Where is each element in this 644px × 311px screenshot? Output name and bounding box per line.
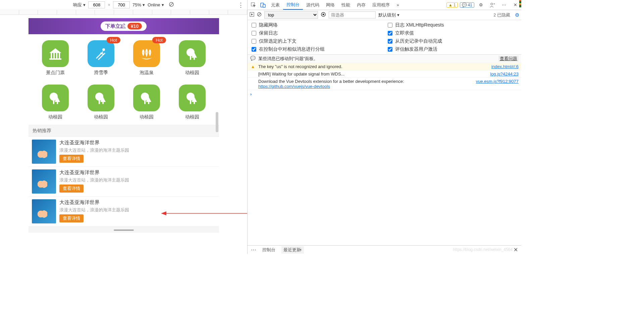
- rotate-icon[interactable]: [169, 2, 174, 8]
- console-sidebar-toggle-icon[interactable]: [250, 12, 254, 18]
- category-label: 动植园: [185, 114, 199, 120]
- zoom-selector[interactable]: 75% ▾: [132, 2, 145, 7]
- svg-rect-8: [57, 101, 58, 104]
- close-devtools-icon[interactable]: ✕: [511, 0, 520, 10]
- list-item[interactable]: 大连圣亚海洋世界 浪漫大连首站，浪漫的海洋主题乐园 查看详情: [29, 167, 219, 197]
- svg-rect-14: [148, 101, 149, 104]
- setting-group-similar[interactable]: 在控制台中对相似消息进行分组: [252, 46, 381, 52]
- svg-line-29: [258, 13, 261, 16]
- setting-selected-context[interactable]: 仅限选定的上下文: [252, 38, 381, 44]
- promo-banner[interactable]: 下单立减 ¥10: [29, 18, 219, 34]
- info-icon: 💬: [250, 56, 256, 61]
- throttle-selector[interactable]: Online ▾: [148, 2, 164, 7]
- log-level-selector[interactable]: 默认级别 ▾: [378, 12, 399, 18]
- view-detail-button[interactable]: 查看详情: [59, 155, 84, 163]
- category-item[interactable]: Hot滑雪季: [78, 40, 124, 76]
- hot-badge: Hot: [152, 37, 166, 43]
- setting-preserve-log[interactable]: 保留日志: [252, 30, 381, 36]
- device-height-input[interactable]: [113, 1, 130, 8]
- tab-sources[interactable]: 源代码: [303, 0, 323, 10]
- decorative-stripe: [519, 0, 521, 7]
- resize-handle[interactable]: [114, 229, 134, 231]
- console-messages: 💬 某些消息已移动到"问题"面板。 查看问题 ▲ The key "us" is…: [248, 55, 521, 245]
- category-label: 动植园: [185, 70, 199, 76]
- tree-icon: [88, 85, 114, 111]
- list-item[interactable]: 大连圣亚海洋世界 浪漫大连首站，浪漫的海洋主题乐园 查看详情: [29, 137, 219, 167]
- source-link[interactable]: index.html#/:6: [491, 64, 519, 69]
- setting-history-autocomplete[interactable]: 从历史记录中自动完成: [388, 38, 517, 44]
- category-label: 景点门票: [46, 70, 65, 76]
- category-item[interactable]: 动植园: [124, 85, 169, 120]
- tab-elements[interactable]: 元素: [268, 0, 283, 10]
- category-item[interactable]: 动植园: [78, 85, 124, 120]
- setting-hide-network[interactable]: 隐藏网络: [252, 22, 381, 28]
- view-detail-button[interactable]: 查看详情: [59, 214, 84, 222]
- filter-input[interactable]: [329, 11, 376, 18]
- device-menu-icon[interactable]: ⋮: [238, 1, 244, 9]
- list-item[interactable]: 大连圣亚海洋世界 浪漫大连首站，浪漫的海洋主题乐园 查看详情: [29, 197, 219, 226]
- drawer-close-icon[interactable]: ✕: [514, 247, 518, 253]
- device-toggle-icon[interactable]: [258, 0, 268, 10]
- console-settings-panel: 隐藏网络 日志 XMLHttpRequests 保留日志 立即求值 仅限选定的上…: [248, 20, 521, 55]
- svg-marker-27: [251, 13, 253, 15]
- issues-badge[interactable]: 💬 41: [460, 2, 474, 8]
- console-toolbar: top 默认级别 ▾ 2 已隐藏 ⚙: [248, 10, 521, 20]
- svg-rect-17: [194, 101, 195, 104]
- drawer-menu-icon[interactable]: ⋯: [251, 247, 256, 253]
- hidden-count[interactable]: 2 已隐藏: [493, 12, 510, 18]
- setting-log-xhr[interactable]: 日志 XMLHttpRequests: [388, 22, 517, 28]
- svg-point-2: [102, 48, 105, 51]
- section-header: 热销推荐: [29, 125, 219, 137]
- console-prompt[interactable]: ›: [248, 90, 521, 98]
- drawer-tab-whatsnew[interactable]: 最近更新 ×: [281, 246, 304, 254]
- category-label: 动植园: [140, 114, 154, 120]
- account-icon[interactable]: [488, 0, 497, 10]
- inspect-icon[interactable]: [249, 0, 258, 10]
- more-icon[interactable]: ⋯: [499, 0, 508, 10]
- context-selector[interactable]: top: [264, 11, 318, 19]
- tab-performance[interactable]: 性能: [338, 0, 354, 10]
- category-item[interactable]: 动植园: [169, 85, 215, 120]
- category-item[interactable]: 动植园: [33, 85, 78, 120]
- category-item[interactable]: 景点门票: [33, 40, 78, 76]
- svg-rect-5: [194, 57, 195, 60]
- ski-icon: [88, 40, 114, 67]
- tabs-overflow-icon[interactable]: »: [393, 0, 402, 10]
- view-issues-link[interactable]: 查看问题: [498, 56, 519, 62]
- list-title: 大连圣亚海洋世界: [59, 140, 216, 146]
- tab-application[interactable]: 应用程序: [369, 0, 393, 10]
- live-expression-icon[interactable]: [321, 12, 326, 18]
- setting-user-activation[interactable]: 评估触发器用户激活: [388, 46, 517, 52]
- ruler: [0, 10, 247, 15]
- device-selector[interactable]: 响应 ▾: [73, 2, 86, 8]
- view-detail-button[interactable]: 查看详情: [59, 185, 84, 193]
- clear-console-icon[interactable]: [257, 12, 262, 18]
- tab-console[interactable]: 控制台: [283, 0, 303, 10]
- setting-eager-eval[interactable]: 立即求值: [388, 30, 517, 36]
- log-row: [HMR] Waiting for update signal from WDS…: [248, 70, 521, 78]
- category-item[interactable]: 动植园: [169, 40, 215, 76]
- tree-icon: [179, 40, 206, 67]
- settings-gear-icon[interactable]: ⚙: [476, 0, 486, 10]
- tab-network[interactable]: 网络: [323, 0, 338, 10]
- thumbnail: [32, 199, 56, 223]
- warnings-badge[interactable]: ▲ 1: [446, 2, 458, 8]
- device-width-input[interactable]: [88, 1, 105, 8]
- device-toolbar: 响应 ▾ × 75% ▾ Online ▾ ⋮: [0, 0, 247, 10]
- drawer-tab-console[interactable]: 控制台: [260, 246, 277, 254]
- list-subtitle: 浪漫大连首站，浪漫的海洋主题乐园: [59, 147, 216, 153]
- console-settings-gear-icon[interactable]: ⚙: [515, 12, 519, 18]
- svg-rect-4: [190, 55, 191, 60]
- scrollbar-thumb[interactable]: [216, 112, 218, 132]
- close-tab-icon: ×: [300, 248, 302, 252]
- source-link[interactable]: vue.esm.js?f912:9077: [476, 79, 519, 84]
- svg-line-1: [170, 3, 173, 6]
- category-item[interactable]: Hot泡温泉: [124, 40, 169, 76]
- tree-icon: [179, 85, 206, 111]
- source-link[interactable]: log.js?4244:23: [490, 71, 519, 76]
- banner-price: ¥10: [127, 23, 142, 30]
- devtools-url-link[interactable]: https://github.com/vuejs/vue-devtools: [258, 84, 330, 89]
- log-row: Download the Vue Devtools extension for …: [248, 78, 521, 90]
- tab-memory[interactable]: 内存: [354, 0, 369, 10]
- list-title: 大连圣亚海洋世界: [59, 169, 216, 176]
